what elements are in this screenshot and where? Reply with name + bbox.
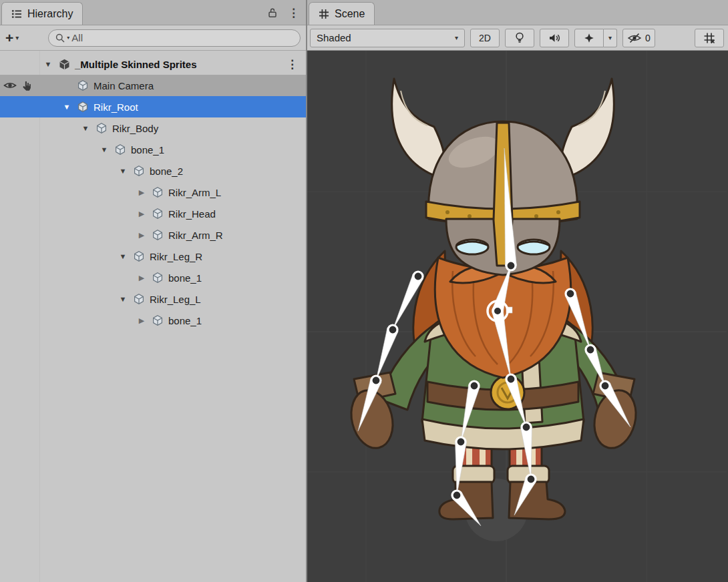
scene-view[interactable] bbox=[307, 51, 728, 582]
effects-star-icon bbox=[583, 32, 595, 44]
scene-grid-icon bbox=[319, 9, 329, 19]
chevron-down-icon: ▾ bbox=[608, 35, 612, 41]
row-gutter bbox=[0, 139, 40, 160]
scene-tab-label: Scene bbox=[335, 8, 365, 20]
scene-lighting-button[interactable] bbox=[505, 29, 534, 47]
hierarchy-row[interactable]: ▼ Rikr_Body ⋮ bbox=[0, 117, 306, 139]
root-bone-dot-icon[interactable] bbox=[494, 307, 502, 315]
plus-icon: + bbox=[5, 31, 13, 45]
bone-joint-icon[interactable] bbox=[586, 345, 595, 354]
expand-arrow[interactable]: ▶ bbox=[134, 210, 150, 218]
gameobject-cube-icon bbox=[131, 250, 147, 263]
expand-arrow[interactable]: ▶ bbox=[134, 188, 150, 197]
hierarchy-row[interactable]: ▶ Rikr_Arm_R ⋮ bbox=[0, 224, 306, 246]
expand-arrow[interactable]: ▼ bbox=[115, 295, 131, 303]
row-gutter bbox=[0, 53, 40, 75]
gameobject-cube-icon bbox=[150, 314, 166, 327]
tab-hierarchy[interactable]: Hierarchy bbox=[1, 2, 83, 25]
expand-arrow[interactable]: ▼ bbox=[59, 103, 75, 111]
bone-joint-icon[interactable] bbox=[456, 437, 466, 447]
expand-arrow[interactable]: ▼ bbox=[115, 252, 131, 260]
scene-effects-button[interactable] bbox=[574, 29, 604, 47]
expand-arrow[interactable]: ▶ bbox=[134, 316, 150, 325]
expand-arrow[interactable]: ▼ bbox=[115, 167, 131, 175]
search-icon bbox=[55, 33, 65, 43]
bone-joint-icon[interactable] bbox=[388, 325, 397, 334]
gameobject-cube-icon bbox=[150, 186, 166, 199]
expand-arrow[interactable]: ▼ bbox=[40, 60, 56, 68]
hierarchy-row[interactable]: ▶ Rikr_Head ⋮ bbox=[0, 203, 306, 224]
gameobject-cube-icon bbox=[75, 79, 91, 92]
scene-canvas[interactable] bbox=[307, 51, 727, 582]
gameobject-cube-icon bbox=[150, 271, 166, 284]
expand-arrow[interactable]: ▶ bbox=[134, 231, 150, 240]
hierarchy-row[interactable]: ▼ Rikr_Leg_R ⋮ bbox=[0, 246, 306, 267]
hierarchy-tabbar: Hierarchy ⋮ bbox=[0, 0, 306, 25]
row-indent bbox=[40, 192, 134, 193]
panel-menu-kebab-icon[interactable]: ⋮ bbox=[288, 7, 299, 19]
search-input[interactable] bbox=[71, 32, 293, 43]
bone-joint-icon[interactable] bbox=[506, 374, 516, 384]
hierarchy-row[interactable]: ▼ Rikr_Leg_L ⋮ bbox=[0, 288, 306, 310]
row-indent bbox=[40, 128, 77, 129]
bone-joint-icon[interactable] bbox=[470, 381, 479, 390]
hierarchy-row[interactable]: ▼ bone_1 ⋮ bbox=[0, 139, 306, 160]
row-gutter-icons bbox=[3, 80, 32, 91]
bone-joint-icon[interactable] bbox=[600, 381, 610, 390]
bone-joint-icon[interactable] bbox=[452, 491, 462, 500]
visibility-eye-icon[interactable] bbox=[3, 81, 17, 90]
expand-arrow[interactable]: ▶ bbox=[134, 274, 150, 282]
gameobject-cube-icon bbox=[131, 292, 147, 306]
row-label: _Multiple Skinned Sprites bbox=[75, 59, 197, 70]
hierarchy-row[interactable]: Main Camera ⋮ bbox=[0, 75, 306, 96]
lock-icon[interactable] bbox=[268, 7, 277, 18]
row-gutter bbox=[0, 246, 40, 267]
row-label: Rikr_Leg_R bbox=[150, 251, 202, 262]
hierarchy-row[interactable]: ▼ _Multiple Skinned Sprites ⋮ bbox=[0, 53, 306, 75]
bone-joint-icon[interactable] bbox=[566, 289, 575, 298]
row-kebab-icon[interactable]: ⋮ bbox=[287, 57, 306, 71]
grid-settings-button[interactable] bbox=[695, 29, 724, 47]
hierarchy-row[interactable]: ▶ Rikr_Arm_L ⋮ bbox=[0, 182, 306, 203]
eye-slash-icon bbox=[627, 33, 642, 43]
scene-audio-button[interactable] bbox=[540, 29, 569, 47]
row-gutter bbox=[0, 267, 40, 288]
bone-joint-icon[interactable] bbox=[522, 422, 531, 432]
chevron-down-icon: ▾ bbox=[455, 35, 458, 41]
row-indent bbox=[40, 171, 115, 172]
scene-visibility-button[interactable]: 0 bbox=[622, 29, 655, 47]
row-gutter bbox=[0, 117, 40, 139]
tab-scene[interactable]: Scene bbox=[309, 2, 375, 25]
row-gutter bbox=[0, 182, 40, 203]
bone-joint-icon[interactable] bbox=[526, 475, 536, 484]
hierarchy-row[interactable]: ▶ bone_1 ⋮ bbox=[0, 310, 306, 331]
bone-joint-icon[interactable] bbox=[413, 272, 423, 281]
create-object-button[interactable]: + ▾ bbox=[0, 25, 24, 50]
scene-effects-dropdown[interactable]: ▾ bbox=[604, 29, 617, 47]
lightbulb-icon bbox=[514, 31, 526, 44]
toggle-2d-button[interactable]: 2D bbox=[470, 29, 500, 47]
bone-joint-icon[interactable] bbox=[371, 376, 381, 385]
bone-joint-icon[interactable] bbox=[506, 261, 516, 270]
hierarchy-row[interactable]: ▼ bone_2 ⋮ bbox=[0, 160, 306, 182]
gameobject-cube-icon bbox=[150, 207, 166, 220]
hierarchy-toolbar: + ▾ ▾ bbox=[0, 25, 306, 51]
scene-panel: Scene Shaded ▾ 2D bbox=[307, 0, 728, 582]
draw-mode-dropdown[interactable]: Shaded ▾ bbox=[310, 29, 465, 47]
gameobject-cube-icon bbox=[94, 121, 110, 135]
expand-arrow[interactable]: ▼ bbox=[96, 146, 112, 154]
expand-arrow[interactable]: ▼ bbox=[77, 124, 94, 132]
search-filter-caret-icon[interactable]: ▾ bbox=[67, 35, 69, 41]
hierarchy-row[interactable]: ▼ Rikr_Root ⋮ bbox=[0, 96, 306, 117]
hierarchy-search-box[interactable]: ▾ bbox=[48, 29, 301, 47]
gameobject-cube-icon bbox=[150, 228, 166, 242]
row-indent bbox=[40, 85, 59, 86]
picking-hand-icon[interactable] bbox=[21, 80, 32, 91]
row-indent bbox=[40, 299, 115, 300]
row-label: bone_2 bbox=[150, 166, 183, 177]
row-indent bbox=[40, 278, 134, 278]
hierarchy-row[interactable]: ▶ bone_1 ⋮ bbox=[0, 267, 306, 288]
row-indent bbox=[40, 235, 134, 236]
hierarchy-tab-label: Hierarchy bbox=[27, 8, 73, 20]
gameobject-cube-icon bbox=[75, 100, 91, 113]
